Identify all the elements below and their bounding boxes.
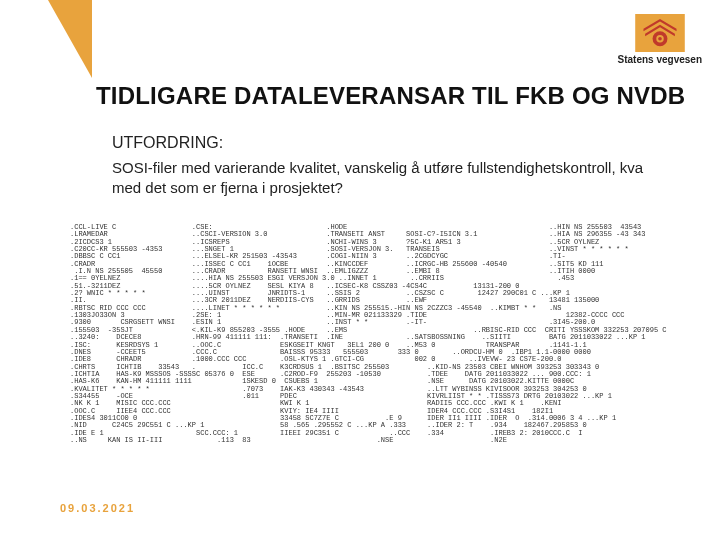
footer-date: 09.03.2021 [60, 502, 135, 514]
sosi-file-dump: .CCL-LIVE C .CSE: .HODE ..HIN NS 255503 … [60, 218, 672, 476]
slide-title: TIDLIGARE DATALEVERANSAR TIL FKB OG NVDB [96, 82, 685, 110]
slide-subheading: UTFORDRING: [112, 134, 223, 152]
corner-decoration [48, 0, 92, 78]
slide-body-text: SOSI-filer med varierande kvalitet, vans… [112, 158, 672, 199]
brand-name: Statens vegvesen [618, 54, 703, 65]
brand-logo-block: Statens vegvesen [618, 14, 703, 65]
svg-point-3 [658, 37, 662, 41]
vegvesen-logo-icon [635, 14, 685, 52]
